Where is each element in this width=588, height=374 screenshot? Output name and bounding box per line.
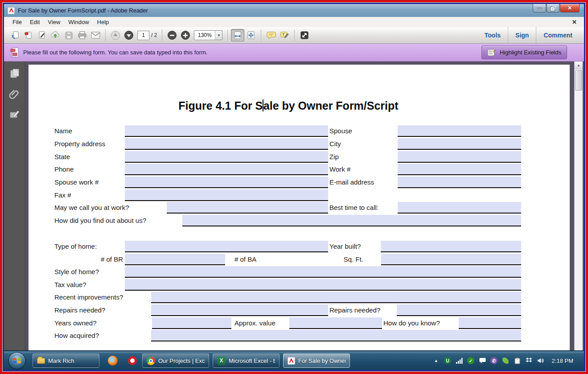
style-of-home-label: Style of home?	[54, 266, 101, 278]
menu-view[interactable]: View	[44, 18, 64, 26]
firefox-icon[interactable]	[107, 355, 119, 366]
taskbar-button-our-projects[interactable]: Our Projects | Excel ...	[142, 353, 209, 368]
start-button[interactable]	[8, 352, 25, 369]
email-icon[interactable]	[89, 29, 102, 41]
network-signal-icon[interactable]	[456, 357, 463, 365]
taskbar-button-adobe-reader[interactable]: For Sale by Owner Fo...	[283, 353, 350, 368]
page-total-label: / 2	[151, 32, 157, 38]
page-number-input[interactable]: 1	[137, 31, 149, 40]
volume-icon[interactable]	[537, 357, 544, 365]
dropbox-icon[interactable]	[525, 357, 533, 365]
type-of-home-field[interactable]	[125, 241, 328, 252]
taskbar-button-label: Our Projects | Excel ...	[158, 358, 205, 364]
repairs-needed-field[interactable]	[151, 304, 328, 316]
clock[interactable]: 2:18 PM	[552, 358, 573, 364]
highlight-existing-fields-label: Highlight Existing Fields	[500, 49, 561, 56]
comment-button[interactable]: Comment	[536, 32, 580, 39]
how-acquired-field[interactable]	[151, 330, 521, 341]
tools-button[interactable]: Tools	[477, 32, 508, 39]
spouse-field[interactable]	[398, 125, 521, 137]
work-number-label: Work #	[329, 164, 352, 175]
comment-bubble-icon[interactable]	[264, 29, 278, 41]
zoom-in-icon[interactable]	[179, 29, 192, 41]
tray-expand-icon[interactable]: ▲	[434, 358, 438, 363]
vertical-scrollbar[interactable]: ▲	[574, 62, 583, 350]
chat-bubble-icon[interactable]	[479, 357, 486, 365]
zip-field[interactable]	[398, 151, 521, 163]
green-shield-icon[interactable]	[502, 357, 510, 365]
page-thumbnails-icon[interactable]	[9, 68, 21, 79]
taskbar-button-label: Microsoft Excel - bes...	[229, 358, 275, 364]
toolbar: 1 / 2 130% ▼	[4, 27, 584, 44]
create-pdf-icon[interactable]	[22, 29, 35, 41]
num-br-label: # of BR	[82, 254, 125, 265]
may-we-call-field[interactable]	[167, 202, 328, 214]
best-time-field[interactable]	[398, 202, 521, 214]
antivirus-check-icon[interactable]: ✓	[467, 357, 475, 365]
work-number-field[interactable]	[398, 164, 521, 175]
sign-button[interactable]: Sign	[508, 32, 536, 39]
titlebar: For Sale by Owner FormScript.pdf - Adobe…	[4, 4, 584, 17]
spouse-label: Spouse	[329, 125, 354, 137]
email-field[interactable]	[398, 177, 521, 188]
menu-file[interactable]: File	[8, 18, 26, 26]
close-icon[interactable]: ✕	[560, 4, 580, 12]
phone-field[interactable]	[125, 164, 328, 175]
state-field[interactable]	[125, 151, 328, 163]
page-down-icon[interactable]	[122, 29, 136, 41]
name-field[interactable]	[125, 125, 328, 137]
fit-page-icon[interactable]	[244, 29, 258, 41]
opera-icon[interactable]	[127, 355, 138, 366]
clipboard-icon[interactable]	[514, 357, 521, 365]
year-built-field[interactable]	[381, 241, 521, 252]
save-icon[interactable]	[62, 29, 75, 41]
menu-edit[interactable]: Edit	[26, 18, 44, 26]
page-up-icon[interactable]	[109, 29, 122, 41]
taskbar-button-excel[interactable]: X Microsoft Excel - bes...	[213, 353, 280, 368]
restore-icon[interactable]	[547, 4, 559, 12]
recent-improvements-field[interactable]	[151, 292, 521, 303]
scroll-up-icon[interactable]: ▲	[575, 62, 583, 69]
city-field[interactable]	[398, 138, 521, 150]
zoom-level-select[interactable]: 130% ▼	[194, 30, 222, 40]
toolbar-right-panel: Tools Sign Comment	[477, 27, 580, 43]
fullscreen-icon[interactable]	[298, 29, 311, 41]
open-icon[interactable]	[8, 29, 22, 41]
viber-icon[interactable]: ✆	[490, 357, 498, 365]
property-address-field[interactable]	[125, 138, 328, 150]
taskbar-button-label: Mark Rich	[48, 358, 74, 364]
cloud-upload-icon[interactable]	[49, 29, 62, 41]
tax-value-field[interactable]	[125, 279, 521, 291]
content-area: Figure 4.1 For Sale by Owner Form/Script…	[4, 62, 584, 350]
form-message-bar: Please fill out the following form. You …	[4, 44, 584, 62]
highlight-existing-fields-button[interactable]: Highlight Existing Fields	[481, 45, 567, 59]
taskbar-button-mark-rich[interactable]: Mark Rich	[33, 353, 99, 368]
num-br-field[interactable]	[125, 254, 225, 265]
sign-file-icon[interactable]	[35, 29, 49, 41]
scrollbar-thumb[interactable]	[575, 70, 582, 90]
attachments-icon[interactable]	[9, 88, 21, 100]
highlight-fields-icon	[487, 49, 496, 56]
fit-width-icon[interactable]	[231, 29, 244, 41]
pdf-app-icon	[8, 7, 15, 14]
how-do-you-know-field[interactable]	[459, 317, 521, 329]
signature-icon[interactable]	[9, 109, 21, 120]
spouse-work-field[interactable]	[125, 177, 328, 188]
print-icon[interactable]	[75, 29, 89, 41]
close-document-icon[interactable]: ✕	[572, 19, 580, 25]
menu-help[interactable]: Help	[93, 18, 113, 26]
property-address-label: Property address	[54, 138, 107, 150]
type-of-home-label: Type of home:	[54, 241, 99, 252]
fax-field[interactable]	[125, 189, 328, 201]
repairs-needed-2-field[interactable]	[397, 304, 521, 316]
minimize-icon[interactable]	[533, 4, 546, 12]
how-found-field[interactable]	[182, 215, 521, 226]
menu-window[interactable]: Window	[64, 18, 93, 26]
utorrent-icon[interactable]: U	[444, 357, 452, 365]
text-annotation-icon[interactable]: T	[278, 29, 291, 41]
approx-value-field[interactable]	[289, 317, 382, 329]
years-owned-field[interactable]	[152, 317, 231, 329]
style-of-home-field[interactable]	[125, 266, 521, 278]
zoom-out-icon[interactable]	[165, 29, 179, 41]
sq-ft-field[interactable]	[381, 254, 521, 265]
